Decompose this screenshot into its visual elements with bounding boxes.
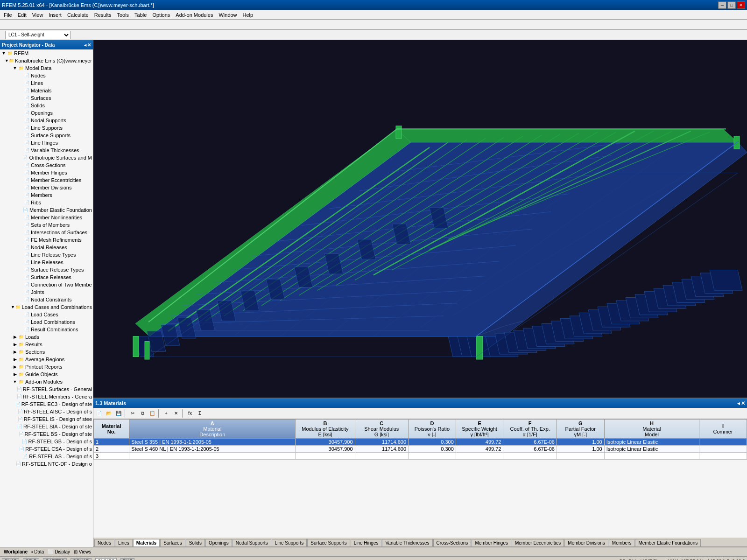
panel-float-btn[interactable]: ◂ bbox=[737, 400, 740, 406]
tb-add[interactable]: + bbox=[162, 409, 171, 418]
tb-new[interactable]: 📄 bbox=[94, 409, 104, 418]
table-row-0[interactable]: 1Steel S 355 | EN 1993-1-1:2005-0530457.… bbox=[94, 439, 747, 446]
minimize-button[interactable]: ─ bbox=[718, 1, 726, 9]
table-container[interactable]: MaterialNo. AMaterialDescription BModulu… bbox=[93, 419, 747, 538]
wp-workplane[interactable]: Workplane bbox=[4, 549, 28, 554]
menu-item-file[interactable]: File bbox=[1, 11, 15, 19]
wp-views[interactable]: ⊞ Views bbox=[74, 549, 91, 554]
cell-coeff-2[interactable] bbox=[503, 453, 557, 460]
cell-model-1[interactable]: Isotropic Linear Elastic bbox=[604, 446, 699, 453]
menu-item-results[interactable]: Results bbox=[92, 11, 114, 19]
tree-item-loads[interactable]: ▶📁Loads bbox=[0, 333, 93, 341]
tree-item-rf-steel-aisc[interactable]: 📄RF-STEEL AISC - Design of s bbox=[0, 408, 93, 415]
tab-member-eccentricities[interactable]: Member Eccentricities bbox=[512, 539, 564, 546]
tree-expander-model-data[interactable]: ▼ bbox=[12, 65, 18, 71]
tb-sigma[interactable]: Σ bbox=[195, 409, 204, 418]
cell-poisson-0[interactable]: 0.300 bbox=[409, 439, 456, 446]
tree-item-rf-steel-surfaces[interactable]: 📄RF-STEEL Surfaces - General bbox=[0, 385, 93, 393]
table-row-1[interactable]: 2Steel S 460 NL | EN 1993-1-1:2005-05304… bbox=[94, 446, 747, 453]
tree-item-rf-steel-gb[interactable]: 📄RF-STEEL GB - Design of s bbox=[0, 438, 93, 445]
tree-item-member-eccentricities[interactable]: 📄Member Eccentricities bbox=[0, 176, 93, 184]
table-row-2[interactable]: 3 bbox=[94, 453, 747, 460]
cell-no-0[interactable]: 1 bbox=[94, 439, 129, 446]
sidebar-float-btn[interactable]: ◂ bbox=[84, 42, 86, 48]
tree-item-surface-supports[interactable]: 📄Surface Supports bbox=[0, 132, 93, 139]
cell-elasticity-1[interactable]: 30457.900 bbox=[296, 446, 355, 453]
cell-shear-0[interactable]: 11714.600 bbox=[355, 439, 408, 446]
tree-item-connection-two-members[interactable]: 📄Connection of Two Membe bbox=[0, 281, 93, 288]
status-grid[interactable]: GRID bbox=[23, 558, 39, 560]
tab-member-divisions[interactable]: Member Divisions bbox=[564, 539, 608, 546]
cell-no-2[interactable]: 3 bbox=[94, 453, 129, 460]
wp-data[interactable]: ▪ Data bbox=[31, 549, 44, 554]
tree-item-results[interactable]: ▶📁Results bbox=[0, 341, 93, 348]
menu-item-table[interactable]: Table bbox=[132, 11, 149, 19]
cell-poisson-2[interactable] bbox=[409, 453, 456, 460]
cell-partial-0[interactable]: 1.00 bbox=[557, 439, 604, 446]
tree-expander-load-cases-combinations[interactable]: ▼ bbox=[10, 304, 15, 310]
tree-expander-addon-modules[interactable]: ▼ bbox=[12, 379, 18, 385]
tree-item-line-releases[interactable]: 📄Line Releases bbox=[0, 259, 93, 266]
tree-item-nodal-supports[interactable]: 📄Nodal Supports bbox=[0, 117, 93, 124]
tree-item-rf-steel-csa[interactable]: 📄RF-STEEL CSA - Design of s bbox=[0, 445, 93, 453]
tree-expander-project[interactable]: ▼ bbox=[5, 58, 9, 63]
cell-shear-1[interactable]: 11714.600 bbox=[355, 446, 408, 453]
cell-model-0[interactable]: Isotropic Linear Elastic bbox=[604, 439, 699, 446]
cell-comment-1[interactable] bbox=[699, 446, 747, 453]
status-snap[interactable]: SNAP bbox=[2, 558, 19, 560]
tb-cut[interactable]: ✂ bbox=[128, 409, 137, 418]
tree-item-member-elastic[interactable]: 📄Member Elastic Foundation bbox=[0, 206, 93, 214]
cell-desc-0[interactable]: Steel S 355 | EN 1993-1-1:2005-05 bbox=[129, 439, 296, 446]
tree-item-ribs[interactable]: 📄Ribs bbox=[0, 199, 93, 206]
tree-expander-results[interactable]: ▶ bbox=[12, 342, 18, 347]
menu-item-options[interactable]: Options bbox=[149, 11, 173, 19]
menu-item-calculate[interactable]: Calculate bbox=[64, 11, 92, 19]
tree-item-rf-steel-as[interactable]: 📄RF-STEEL AS - Design of s bbox=[0, 453, 93, 460]
tab-surfaces[interactable]: Surfaces bbox=[160, 539, 185, 546]
cell-coeff-0[interactable]: 6.67E-06 bbox=[503, 439, 557, 446]
cell-elasticity-0[interactable]: 30457.900 bbox=[296, 439, 355, 446]
tree-item-load-combinations[interactable]: 📄Load Combinations bbox=[0, 318, 93, 326]
tab-cross-sections[interactable]: Cross-Sections bbox=[433, 539, 472, 546]
tb-open[interactable]: 📂 bbox=[104, 409, 113, 418]
tree-item-result-combinations[interactable]: 📄Result Combinations bbox=[0, 326, 93, 333]
cell-elasticity-2[interactable] bbox=[296, 453, 355, 460]
close-button[interactable]: ✕ bbox=[737, 1, 745, 9]
tree-item-rf-steel-ntc[interactable]: 📄RF-STEEL NTC-DF - Design o bbox=[0, 460, 93, 468]
tree-item-fe-mesh[interactable]: 📄FE Mesh Refinements bbox=[0, 236, 93, 244]
cell-desc-2[interactable] bbox=[129, 453, 296, 460]
menu-item-view[interactable]: View bbox=[29, 11, 46, 19]
tree-expander-loads[interactable]: ▶ bbox=[12, 334, 18, 340]
cell-coeff-1[interactable]: 6.67E-06 bbox=[503, 446, 557, 453]
cell-shear-2[interactable] bbox=[355, 453, 408, 460]
tree-item-sections[interactable]: ▶📁Sections bbox=[0, 348, 93, 356]
tree-expander-sections[interactable]: ▶ bbox=[12, 349, 18, 355]
cell-weight-2[interactable] bbox=[456, 453, 503, 460]
tree-item-line-release-types[interactable]: 📄Line Release Types bbox=[0, 251, 93, 259]
tree-item-nodal-constraints[interactable]: 📄Nodal Constraints bbox=[0, 296, 93, 303]
tree-item-openings[interactable]: 📄Openings bbox=[0, 109, 93, 117]
cell-comment-2[interactable] bbox=[699, 453, 747, 460]
cell-model-2[interactable] bbox=[604, 453, 699, 460]
tree-item-members[interactable]: 📄Members bbox=[0, 191, 93, 199]
cell-desc-1[interactable]: Steel S 460 NL | EN 1993-1-1:2005-05 bbox=[129, 446, 296, 453]
tab-lines[interactable]: Lines bbox=[115, 539, 133, 546]
cell-partial-1[interactable]: 1.00 bbox=[557, 446, 604, 453]
tree-item-surface-release-types[interactable]: 📄Surface Release Types bbox=[0, 266, 93, 273]
status-cartes[interactable]: CARTES bbox=[43, 558, 66, 560]
maximize-button[interactable]: □ bbox=[727, 1, 736, 9]
tree-expander-printout-reports[interactable]: ▶ bbox=[12, 364, 18, 370]
status-osnap[interactable]: OSNAP bbox=[70, 558, 92, 560]
menu-item-insert[interactable]: Insert bbox=[46, 11, 64, 19]
tree-item-intersections[interactable]: 📄Intersections of Surfaces bbox=[0, 229, 93, 236]
menu-item-window[interactable]: Window bbox=[216, 11, 240, 19]
tree-item-joints[interactable]: 📄Joints bbox=[0, 288, 93, 296]
tb-calc[interactable]: fx bbox=[185, 409, 195, 418]
tb-delete[interactable]: ✕ bbox=[171, 409, 181, 418]
tree-item-sets-of-members[interactable]: 📄Sets of Members bbox=[0, 221, 93, 229]
tree-item-average-regions[interactable]: ▶📁Average Regions bbox=[0, 356, 93, 363]
tab-variable-thicknesses[interactable]: Variable Thicknesses bbox=[382, 539, 432, 546]
tab-members[interactable]: Members bbox=[609, 539, 635, 546]
tree-expander-guide-objects[interactable]: ▶ bbox=[12, 371, 18, 377]
tab-nodes[interactable]: Nodes bbox=[94, 539, 114, 546]
